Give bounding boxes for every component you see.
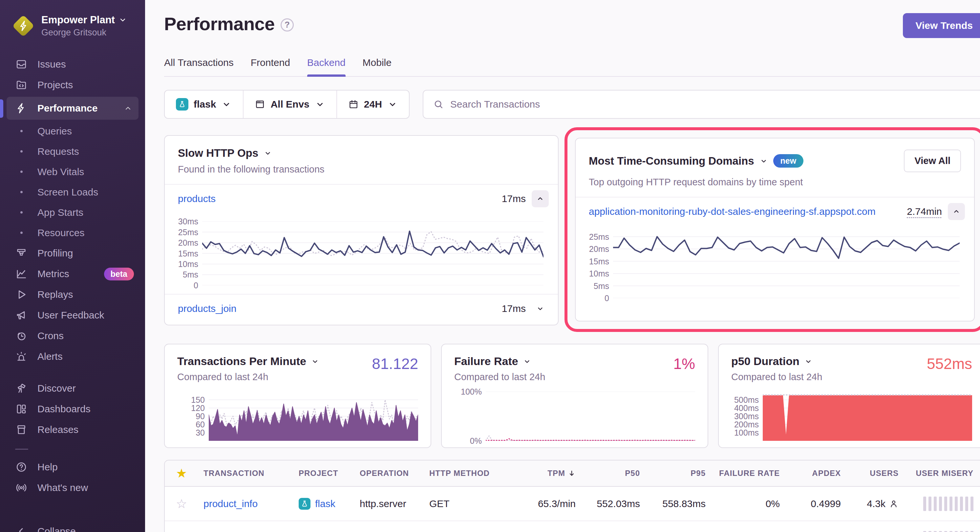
sidebar-item-web-vitals[interactable]: Web Vitals [0, 162, 145, 182]
sidebar-item-resources[interactable]: Resources [0, 223, 145, 243]
transaction-row: products 17ms [165, 185, 558, 213]
sidebar-divider [15, 449, 28, 450]
tab-frontend[interactable]: Frontend [251, 57, 290, 76]
date-range-filter[interactable]: 24H [336, 91, 409, 118]
star-outline-icon[interactable]: ☆ [176, 497, 204, 510]
sidebar-item-performance[interactable]: Performance [6, 97, 138, 120]
kpi-value: 1% [673, 355, 695, 373]
megaphone-icon [15, 309, 27, 321]
sidebar-item-requests[interactable]: Requests [0, 141, 145, 162]
app-root: Empower Plant George Gritsouk Issues Pro… [0, 0, 980, 532]
sidebar-item-metrics[interactable]: Metrics beta [0, 264, 145, 284]
user-misery-bars [923, 497, 974, 511]
widget-title[interactable]: Most Time-Consuming Domains [589, 155, 754, 167]
sidebar-collapse-button[interactable]: Collapse [0, 521, 145, 532]
tpm-sort-header[interactable]: TPM [547, 469, 576, 478]
widget-title[interactable]: Slow HTTP Ops [178, 147, 258, 159]
sidebar-item-crons[interactable]: Crons [0, 326, 145, 346]
collapse-row-button[interactable] [948, 203, 965, 220]
tab-backend[interactable]: Backend [307, 57, 345, 76]
domains-chart: 25ms20ms15ms10ms5ms0 [576, 226, 974, 298]
calendar-icon [348, 99, 359, 110]
sidebar-item-app-starts[interactable]: App Starts [0, 202, 145, 223]
project-link[interactable]: flask [315, 498, 336, 509]
performance-icon [15, 102, 27, 114]
kpi-title[interactable]: p50 Duration [731, 355, 800, 368]
active-indicator [0, 99, 3, 118]
chevron-down-icon [221, 99, 232, 110]
sidebar-item-discover[interactable]: Discover [0, 378, 145, 399]
p50-duration-chart: 500ms400ms300ms200ms100ms [731, 392, 972, 441]
transaction-row: products_join 17ms [165, 295, 558, 323]
help-icon [15, 461, 27, 473]
sidebar-item-replays[interactable]: Replays [0, 284, 145, 305]
chevron-down-icon[interactable] [523, 357, 531, 366]
chevron-down-icon [387, 99, 398, 110]
table-header: ★ TRANSACTION PROJECT OPERATION HTTP MET… [165, 461, 980, 487]
sidebar-item-dashboards[interactable]: Dashboards [0, 399, 145, 419]
duration-value[interactable]: 2.74min [907, 206, 942, 217]
tab-mobile[interactable]: Mobile [363, 57, 391, 76]
expand-row-button[interactable] [532, 300, 549, 317]
kpi-title[interactable]: Failure Rate [454, 355, 518, 368]
duration-value: 17ms [502, 193, 526, 204]
kpi-title[interactable]: Transactions Per Minute [177, 355, 306, 368]
sidebar-item-projects[interactable]: Projects [0, 75, 145, 95]
sidebar-item-user-feedback[interactable]: User Feedback [0, 305, 145, 326]
chevron-up-icon [536, 194, 544, 203]
user-icon [889, 499, 899, 509]
chevron-down-icon[interactable] [759, 157, 768, 165]
chevron-down-icon [119, 16, 127, 24]
chevron-up-icon [952, 207, 961, 216]
bullet-icon [15, 191, 27, 193]
transactions-per-minute-card: Transactions Per Minute Compared to last… [164, 344, 431, 448]
replays-icon [15, 288, 27, 301]
sidebar-item-screen-loads[interactable]: Screen Loads [0, 182, 145, 202]
performance-tabs: All Transactions Frontend Backend Mobile [164, 57, 980, 77]
sidebar-item-help[interactable]: Help [0, 457, 145, 478]
main-content: Performance ? View Trends All Transactio… [145, 0, 980, 532]
broadcast-icon [15, 481, 27, 494]
sidebar-item-whats-new[interactable]: What's new [0, 478, 145, 498]
chevron-down-icon[interactable] [311, 357, 319, 366]
search-input[interactable] [450, 99, 975, 110]
sidebar-item-profiling[interactable]: Profiling [0, 243, 145, 264]
view-trends-button[interactable]: View Trends [903, 13, 980, 38]
sidebar-item-queries[interactable]: Queries [0, 121, 145, 141]
kpi-subtitle: Compared to last 24h [177, 372, 319, 383]
lightning-bolt-icon [18, 20, 30, 32]
transaction-link[interactable]: products [178, 193, 216, 204]
bullet-icon [15, 150, 27, 152]
collapse-row-button[interactable] [532, 190, 549, 207]
chevron-down-icon [536, 304, 544, 313]
beta-badge: beta [104, 268, 134, 280]
chevron-down-icon[interactable] [804, 357, 813, 366]
star-filled-icon[interactable]: ★ [176, 467, 204, 480]
bullet-icon [15, 211, 27, 213]
metrics-icon [15, 268, 27, 280]
kpi-value: 552ms [927, 355, 972, 373]
widget-subtitle: Top outgoing HTTP request domains by tim… [589, 177, 961, 187]
org-switcher[interactable]: Empower Plant George Gritsouk [0, 11, 145, 41]
sidebar-item-alerts[interactable]: Alerts [0, 346, 145, 367]
chevron-down-icon[interactable] [264, 149, 272, 157]
table-row: ☆ product_info flask http.server GET 65.… [165, 487, 980, 521]
environment-filter[interactable]: All Envs [243, 91, 336, 118]
transaction-link[interactable]: products_join [178, 303, 236, 314]
view-all-button[interactable]: View All [904, 149, 961, 172]
transaction-link[interactable]: product_info [204, 498, 258, 509]
project-filter[interactable]: flask [165, 91, 243, 118]
tab-all-transactions[interactable]: All Transactions [164, 57, 234, 76]
bullet-icon [15, 232, 27, 234]
kpi-value: 81.122 [372, 355, 418, 373]
releases-icon [15, 424, 27, 436]
page-help-icon[interactable]: ? [281, 18, 294, 32]
sidebar-item-issues[interactable]: Issues [0, 54, 145, 75]
sidebar-item-releases[interactable]: Releases [0, 419, 145, 440]
most-time-consuming-domains-card: Most Time-Consuming Domains new View All… [575, 138, 975, 321]
domain-link[interactable]: application-monitoring-ruby-dot-sales-en… [589, 206, 876, 217]
p50-duration-card: p50 Duration Compared to last 24h 552ms … [718, 344, 980, 448]
flask-project-icon [299, 498, 310, 510]
clock-icon [15, 330, 27, 342]
issues-icon [15, 58, 27, 70]
